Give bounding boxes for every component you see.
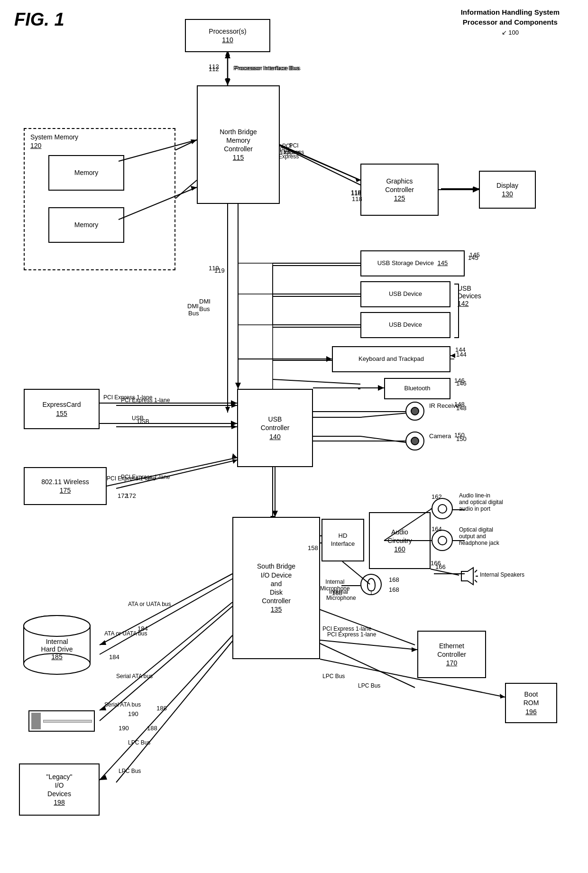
svg-marker-36 [232,459,237,464]
svg-text:PCI Express 1-lane: PCI Express 1-lane [327,631,377,638]
usb-controller-box: USB Controller 140 [237,389,313,467]
boot-rom-ref: 196 [524,708,539,716]
svg-line-63 [313,640,415,688]
svg-text:119: 119 [209,265,219,272]
svg-text:DMI: DMI [187,303,199,310]
ref-162: 162 [432,493,442,500]
optical-out-text: Optical digital output and headphone jac… [459,526,499,546]
display-ref: 130 [496,190,518,198]
graphics-controller-box: Graphics Controller 125 [360,164,439,216]
diagram-ref: 100 [508,29,519,36]
wireless-label: 802.11 Wireless [41,478,89,486]
svg-text:Bus: Bus [199,305,210,312]
svg-marker-74 [450,353,455,358]
south-bridge-label: South Bridge I/O Device and Disk Control… [257,562,295,605]
svg-text:PCI Express 1-lane: PCI Express 1-lane [103,394,153,401]
svg-marker-127 [231,421,237,426]
legacy-io-box: "Legacy" I/O Devices 198 [19,763,100,816]
svg-text:Processor Interface Bus: Processor Interface Bus [233,64,299,72]
svg-marker-151 [100,706,106,710]
svg-marker-111 [326,356,332,362]
svg-marker-33 [231,424,237,429]
svg-marker-124 [231,400,237,406]
svg-line-150 [100,602,232,710]
bluetooth-label: Bluetooth [404,385,431,393]
expresscard-box: ExpressCard 155 [24,389,100,429]
ethernet-label: Ethernet Controller [437,642,466,659]
internal-speakers-text: Internal Speakers [480,571,524,578]
svg-line-76 [475,570,477,572]
svg-marker-159 [412,647,417,652]
svg-marker-93 [191,186,197,191]
svg-marker-87 [225,52,230,58]
usb-storage-ref: 145 [438,259,448,266]
svg-text:168: 168 [389,586,399,593]
svg-text:ATA or UATA bus: ATA or UATA bus [128,601,171,607]
legacy-io-label: "Legacy" I/O Devices [46,772,72,799]
svg-marker-95 [355,177,360,182]
svg-marker-91 [191,139,197,144]
svg-line-78 [475,580,477,582]
svg-line-158 [320,640,417,650]
north-bridge-ref: 115 [220,153,257,162]
internal-mic-label: InternalMicrophone [320,579,350,592]
ref-145: 145 [469,251,480,258]
audio-circuitry-box: Audio Circuitry 160 [369,512,431,569]
internal-hd-container: Internal Hard Drive 185 [19,612,95,678]
north-bridge-box: North Bridge Memory Controller 115 [197,85,280,204]
bluetooth-box: Bluetooth [384,378,450,399]
svg-text:Microphone: Microphone [326,595,356,601]
internal-hd-ref: 185 [19,653,95,661]
graphics-ref: 125 [385,194,414,202]
svg-marker-100 [473,187,479,193]
usb-device2-box: USB Device [360,312,450,338]
svg-text:ATA or UATA bus: ATA or UATA bus [104,630,147,637]
south-bridge-ref: 135 [257,605,295,614]
system-memory-label: System Memory [30,133,78,141]
south-bridge-box: South Bridge I/O Device and Disk Control… [232,517,320,659]
memory2-label: Memory [74,221,99,229]
ir-receiver-icon [405,402,424,421]
expresscard-label: ExpressCard [43,400,81,409]
audio-line-in-text: Audio line-in and optical digital audio … [459,492,503,512]
svg-text:PCI Express 1-lane: PCI Express 1-lane [322,625,372,632]
hd-interface-label: HD Interface [331,532,355,548]
system-memory-box: System Memory 120 Memory Memory [24,128,175,270]
svg-line-24 [273,379,360,384]
svg-text:PCI Express 1-lane: PCI Express 1-lane [107,475,156,482]
svg-text:166: 166 [431,560,441,567]
svg-point-84 [24,616,90,636]
internal-mic-icon [360,574,382,595]
memory1-box: Memory [48,155,124,191]
camera-icon [405,432,424,450]
audio-line-in-label: Audio line-in and optical digital audio … [459,492,503,512]
usb-storage-box: USB Storage Device 145 [360,250,465,276]
svg-line-48 [100,576,237,654]
ethernet-ref: 170 [437,659,466,667]
svg-text:190: 190 [128,710,138,717]
ref-168: 168 [389,576,399,583]
graphics-label: Graphics Controller [385,177,414,194]
ref-118: 118 [352,195,362,202]
svg-marker-130 [232,453,237,458]
svg-marker-75 [461,568,473,585]
svg-text:USB: USB [132,415,144,422]
processor-ref: 110 [209,36,246,44]
svg-line-60 [313,607,415,645]
usb-controller-label: USB Controller [261,415,290,432]
svg-text:DMI: DMI [199,298,211,305]
svg-text:190: 190 [119,725,129,732]
svg-text:188: 188 [147,725,157,732]
display-box: Display 130 [479,171,536,209]
internal-speakers-label: Internal Speakers [480,571,524,578]
svg-line-52 [100,602,237,721]
fig-title: FIG. 1 [14,9,64,30]
processor-label: Processor(s) [209,27,246,36]
ref-150: 150 [454,432,465,439]
svg-text:119: 119 [214,267,225,274]
svg-marker-15 [225,407,230,413]
svg-text:Serial ATA bus: Serial ATA bus [104,701,141,708]
svg-marker-162 [500,694,505,698]
expresscard-ref: 155 [43,409,81,418]
svg-text:184: 184 [109,653,119,661]
